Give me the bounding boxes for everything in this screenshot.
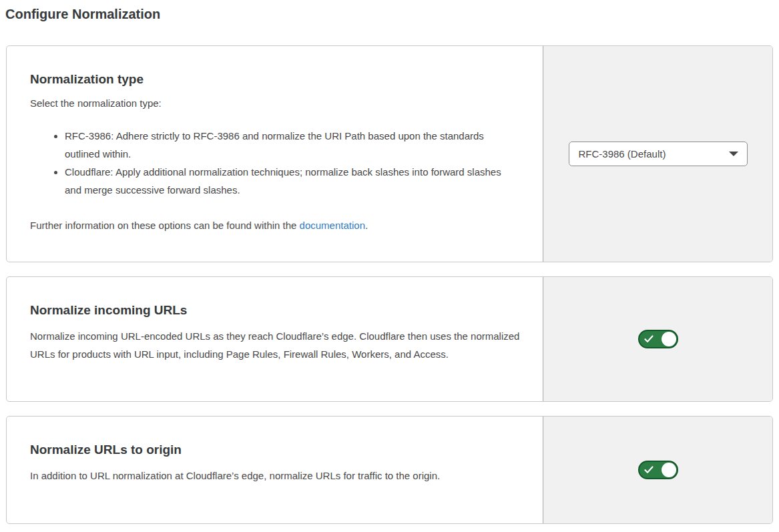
normalization-type-card: Normalization type Select the normalizat…: [6, 45, 773, 262]
card-title-normalization-type: Normalization type: [30, 71, 523, 87]
footnote-text-after: .: [365, 220, 368, 231]
card-title-normalize-incoming-urls: Normalize incoming URLs: [30, 302, 523, 318]
list-item: Cloudflare: Apply additional normalizati…: [65, 163, 517, 199]
check-icon: [644, 466, 654, 474]
normalize-incoming-urls-control-panel: [543, 277, 772, 401]
normalization-type-intro: Select the normalization type:: [30, 96, 523, 110]
normalize-urls-to-origin-card: Normalize URLs to origin In addition to …: [6, 416, 773, 524]
documentation-link[interactable]: documentation: [300, 220, 365, 231]
toggle-knob: [662, 463, 676, 477]
page-title: Configure Normalization: [5, 5, 773, 23]
normalization-type-options-list: RFC-3986: Adhere strictly to RFC-3986 an…: [30, 127, 517, 199]
list-item: RFC-3986: Adhere strictly to RFC-3986 an…: [65, 127, 517, 163]
normalize-urls-to-origin-toggle[interactable]: [638, 461, 678, 479]
card-title-normalize-urls-to-origin: Normalize URLs to origin: [30, 442, 523, 458]
normalization-type-card-content: Normalization type Select the normalizat…: [7, 46, 543, 262]
normalize-incoming-urls-toggle[interactable]: [638, 330, 678, 348]
normalization-type-footnote: Further information on these options can…: [30, 216, 523, 234]
configure-normalization-page: Configure Normalization Normalization ty…: [0, 0, 779, 524]
normalize-urls-to-origin-control-panel: [543, 417, 772, 523]
normalization-type-select[interactable]: RFC-3986 (Default): [569, 142, 748, 166]
normalize-incoming-urls-description: Normalize incoming URL-encoded URLs as t…: [30, 327, 521, 363]
chevron-down-icon: [729, 152, 738, 156]
select-selected-value: RFC-3986 (Default): [579, 148, 666, 160]
toggle-knob: [662, 332, 676, 346]
normalize-incoming-urls-content: Normalize incoming URLs Normalize incomi…: [7, 277, 543, 401]
normalize-urls-to-origin-description: In addition to URL normalization at Clou…: [30, 467, 521, 485]
check-icon: [644, 335, 654, 343]
normalization-type-control-panel: RFC-3986 (Default): [543, 46, 772, 262]
normalize-urls-to-origin-content: Normalize URLs to origin In addition to …: [7, 417, 543, 523]
normalize-incoming-urls-card: Normalize incoming URLs Normalize incomi…: [6, 276, 773, 402]
footnote-text-before: Further information on these options can…: [30, 220, 300, 231]
